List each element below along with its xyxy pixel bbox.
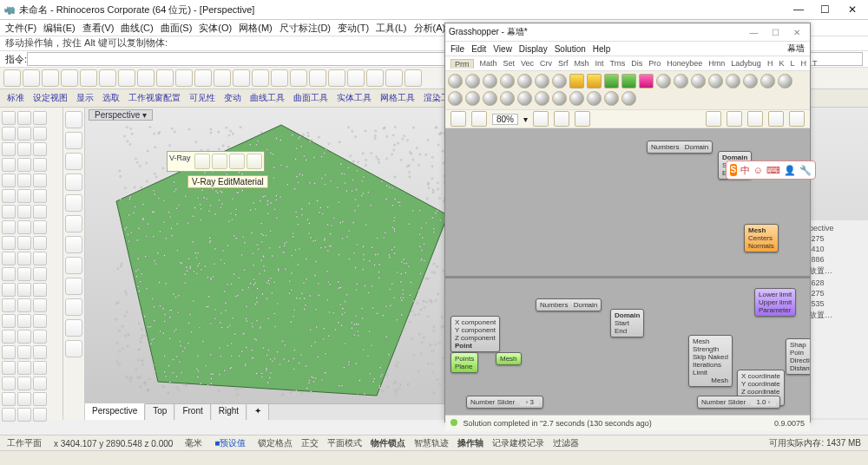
toolbar-tab[interactable]: 曲面工具 [293, 92, 328, 104]
open-icon[interactable] [450, 111, 466, 127]
toolbar-icon[interactable] [61, 69, 78, 87]
tool-icon[interactable] [33, 392, 47, 406]
statusbar-toggle[interactable]: 记录建模记录 [492, 438, 544, 448]
canvas-splitter[interactable] [445, 276, 810, 278]
menu-item[interactable]: 文件(F) [5, 22, 36, 35]
tool-icon[interactable] [33, 377, 47, 390]
toolbar-icon[interactable] [42, 69, 59, 87]
gh-tab[interactable]: Dis [631, 59, 642, 68]
gh-component-icon[interactable] [517, 74, 532, 88]
menu-item[interactable]: 尺寸标注(D) [279, 22, 331, 35]
side-tool-icon[interactable] [65, 340, 82, 357]
side-tool-icon[interactable] [65, 215, 82, 232]
gh-menu-item[interactable]: Edit [471, 44, 486, 54]
tool-icon[interactable] [17, 314, 31, 328]
gh-menu-item[interactable]: Solution [555, 44, 586, 54]
tool-icon[interactable] [2, 392, 16, 406]
viewport-tab[interactable]: Perspective [85, 403, 145, 420]
gh-right-icon[interactable] [789, 111, 805, 127]
side-tool-icon[interactable] [65, 111, 82, 128]
statusbar-toggle[interactable]: 操作轴 [457, 438, 483, 448]
vray-icon[interactable] [247, 154, 262, 169]
component-domain[interactable]: Domain Start End [610, 309, 644, 337]
gh-tab[interactable]: Trns [610, 59, 626, 68]
gh-component-icon[interactable] [535, 91, 549, 106]
gh-component-icon[interactable] [604, 74, 619, 88]
gh-tab[interactable]: Honeybee [667, 59, 702, 68]
tool-icon[interactable] [2, 189, 16, 203]
gh-close-button[interactable]: ✕ [787, 28, 806, 37]
gh-component-icon[interactable] [604, 91, 619, 106]
tool-icon[interactable] [2, 408, 16, 422]
statusbar-toggle[interactable]: 物件锁点 [371, 438, 405, 448]
toolbar-icon[interactable] [99, 69, 116, 87]
toolbar-tab[interactable]: 实体工具 [337, 92, 372, 104]
vray-icon[interactable] [212, 154, 227, 169]
ime-label[interactable]: 中 [740, 164, 750, 177]
tool-icon[interactable] [33, 330, 47, 344]
tool-icon[interactable] [2, 298, 16, 312]
gh-component-icon[interactable] [465, 91, 480, 106]
tool-icon[interactable] [17, 220, 31, 234]
tool-icon[interactable] [2, 236, 16, 250]
tool-icon[interactable] [17, 298, 31, 312]
tool-icon[interactable] [2, 220, 16, 234]
toolbar-icon[interactable] [3, 69, 21, 87]
toolbar-icon[interactable] [404, 69, 422, 87]
statusbar-toggle[interactable]: 锁定格点 [258, 438, 293, 448]
gh-component-icon[interactable] [587, 74, 602, 88]
tool-icon[interactable] [2, 314, 16, 328]
units-label[interactable]: 毫米 [185, 437, 202, 449]
gh-component-icon[interactable] [448, 74, 463, 88]
gh-component-icon[interactable] [483, 74, 497, 88]
gh-tab[interactable]: T [812, 59, 818, 68]
menu-item[interactable]: 网格(M) [239, 22, 273, 35]
param-numbers[interactable]: Numbers Domain [647, 141, 713, 154]
ime-user-icon[interactable]: 👤 [784, 165, 796, 176]
tool-icon[interactable] [33, 361, 47, 375]
tool-icon[interactable] [2, 252, 16, 265]
tool-icon[interactable] [17, 174, 31, 187]
tool-icon[interactable] [2, 205, 16, 219]
toolbar-icon[interactable] [175, 69, 193, 87]
toolbar-icon[interactable] [137, 69, 155, 87]
toolbar-tab[interactable]: 网格工具 [380, 92, 415, 104]
side-tool-icon[interactable] [65, 257, 82, 274]
tool-icon[interactable] [17, 236, 31, 250]
tool-icon[interactable] [17, 377, 31, 390]
tool-icon[interactable] [33, 236, 47, 250]
nav-icon[interactable] [533, 111, 549, 127]
component-limits[interactable]: Lower limit Upper limit Parameter [754, 288, 796, 317]
close-button[interactable]: ✕ [840, 3, 865, 16]
vray-toolbar[interactable]: V-Ray [167, 151, 265, 172]
tool-icon[interactable] [17, 267, 31, 281]
gh-menu-item[interactable]: Help [593, 44, 611, 54]
side-tool-icon[interactable] [65, 132, 82, 149]
gh-tab[interactable]: Vec [521, 59, 534, 68]
gh-tab[interactable]: Crv [540, 59, 552, 68]
gh-component-icon[interactable] [517, 91, 532, 106]
tool-icon[interactable] [33, 252, 47, 265]
side-tool-icon[interactable] [65, 174, 82, 191]
tool-icon[interactable] [17, 189, 31, 203]
layer-label[interactable]: ■预设值 [214, 437, 246, 449]
tool-icon[interactable] [2, 361, 16, 375]
toolbar-icon[interactable] [328, 69, 345, 87]
toolbar-icon[interactable] [271, 69, 288, 87]
gh-tab[interactable]: Pro [648, 59, 661, 68]
gh-component-icon[interactable] [569, 91, 584, 106]
tool-icon[interactable] [2, 267, 16, 281]
toolbar-tab[interactable]: 设定视图 [33, 92, 68, 104]
menu-item[interactable]: 曲线(C) [121, 22, 153, 35]
tool-icon[interactable] [33, 267, 47, 281]
statusbar-toggle[interactable]: 过滤器 [553, 438, 579, 448]
menu-item[interactable]: 查看(V) [82, 22, 115, 35]
tool-icon[interactable] [17, 392, 31, 406]
viewport-label[interactable]: Perspective ▾ [89, 109, 153, 121]
gh-tab[interactable]: Hmn [708, 59, 725, 68]
tool-icon[interactable] [33, 127, 47, 141]
gh-tab[interactable]: Set [503, 59, 516, 68]
toolbar-tab[interactable]: 标准 [7, 92, 24, 104]
tool-icon[interactable] [33, 408, 47, 422]
gh-right-icon[interactable] [747, 111, 763, 127]
